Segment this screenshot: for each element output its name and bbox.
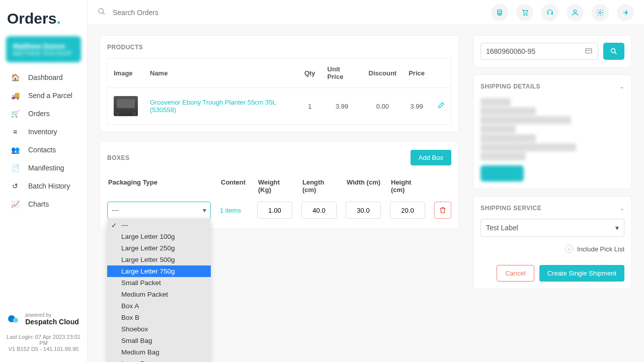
order-id-field[interactable]: 1680960060-95	[480, 43, 598, 60]
svg-point-0	[99, 9, 103, 13]
shipping-details-title: SHIPPING DETAILS	[480, 83, 540, 90]
sidebar-item-manifesting[interactable]: 📄Manifesting	[6, 159, 81, 177]
cart-icon: 🛒	[10, 110, 20, 118]
create-shipment-button[interactable]: Create Single Shipment	[539, 265, 624, 282]
shipping-action-button[interactable]	[480, 165, 524, 182]
despatch-cloud-icon	[8, 315, 21, 324]
dropdown-option[interactable]: Box B	[107, 312, 211, 323]
dropdown-option[interactable]: Large Letter 750g	[107, 265, 211, 277]
packaging-type-select[interactable]: --- ▾	[107, 202, 211, 219]
products-table: Image Name Qty Unit Price Discount Price…	[107, 58, 451, 125]
app-logo: Orders.	[6, 5, 81, 36]
shipping-service-card: SHIPPING SERVICE ⌄ Test Label ▾ ✓ Includ…	[473, 196, 632, 289]
last-login: Last Login: 07 Apr 2023 23:01 PM	[6, 334, 81, 346]
add-box-button[interactable]: Add Box	[411, 150, 451, 165]
gear-icon[interactable]	[592, 4, 609, 21]
dropdown-option[interactable]: Medium Packet	[107, 289, 211, 300]
dropdown-option[interactable]: Large Bag	[107, 358, 211, 362]
dropdown-option[interactable]: Large Letter 100g	[107, 231, 211, 242]
th-content: Content	[221, 178, 249, 194]
packaging-dropdown: ---Large Letter 100gLarge Letter 250gLar…	[107, 218, 211, 362]
dropdown-option[interactable]: Large Letter 500g	[107, 254, 211, 265]
sidebar-item-batch-history[interactable]: ↺Batch History	[6, 177, 81, 195]
sidebar-footer: powered by Despatch Cloud Last Login: 07…	[6, 307, 81, 357]
cart-top-icon[interactable]	[516, 4, 533, 21]
sidebar: Orders. Matthew Dunne MATTHEW TESTSHOP 🏠…	[0, 0, 87, 362]
printer-icon[interactable]	[491, 4, 508, 21]
content-link[interactable]: 1 items	[220, 207, 248, 214]
chevron-down-icon: ▾	[615, 224, 619, 232]
cell-unit-price: 3.99	[321, 88, 363, 125]
sidebar-item-contacts[interactable]: 👥Contacts	[6, 141, 81, 159]
include-pick-label: Include Pick List	[577, 245, 624, 253]
chart-icon: 📈	[10, 200, 20, 208]
shipping-address	[480, 98, 624, 160]
order-search-card: 1680960060-95	[473, 35, 632, 67]
sidebar-item-send-parcel[interactable]: 🚚Send a Parcel	[6, 86, 81, 105]
dropdown-option[interactable]: Small Bag	[107, 335, 211, 346]
th-packaging: Packaging Type	[108, 178, 212, 194]
width-input[interactable]	[346, 202, 381, 219]
topbar	[88, 0, 644, 25]
th-price: Price	[403, 58, 431, 88]
dropdown-option[interactable]: Small Packet	[107, 277, 211, 289]
svg-line-1	[103, 13, 105, 15]
height-input[interactable]	[390, 202, 425, 219]
truck-icon: 🚚	[10, 92, 20, 100]
dropdown-option[interactable]: ---	[107, 219, 211, 231]
order-search-button[interactable]	[603, 43, 624, 60]
cancel-button[interactable]: Cancel	[497, 265, 534, 282]
cell-qty: 1	[298, 88, 321, 125]
th-qty: Qty	[298, 58, 321, 88]
list-icon: ≡	[10, 128, 20, 136]
user-badge[interactable]: Matthew Dunne MATTHEW TESTSHOP	[6, 36, 81, 62]
sidebar-item-inventory[interactable]: ≡Inventory	[6, 123, 81, 141]
shipping-service-title: SHIPPING SERVICE	[480, 205, 541, 212]
dropdown-option[interactable]: Large Letter 250g	[107, 242, 211, 254]
dropdown-option[interactable]: Medium Bag	[107, 346, 211, 358]
cell-price: 3.99	[403, 88, 431, 125]
chevron-down-icon[interactable]: ⌄	[619, 83, 625, 90]
people-icon: 👥	[10, 146, 20, 154]
svg-point-4	[524, 14, 525, 15]
weight-input[interactable]	[257, 202, 292, 219]
headset-icon[interactable]	[541, 4, 558, 21]
product-image	[114, 96, 138, 116]
th-length: Length (cm)	[302, 178, 338, 194]
include-pick-checkbox[interactable]: ✓	[565, 245, 573, 253]
th-width: Width (cm)	[347, 178, 382, 194]
th-image: Image	[108, 58, 144, 88]
svg-point-5	[526, 14, 527, 15]
search-input[interactable]	[113, 9, 264, 17]
product-link[interactable]: Grosvenor Ebony Trough Planter 55cm 35L …	[150, 99, 276, 114]
chevron-down-icon[interactable]: ⌄	[619, 205, 625, 212]
shipping-details-card: SHIPPING DETAILS ⌄	[473, 74, 632, 189]
chevron-down-icon: ▾	[203, 206, 206, 214]
table-row: Grosvenor Ebony Trough Planter 55cm 35L …	[108, 88, 451, 125]
search-icon	[98, 8, 106, 17]
card-icon	[585, 47, 593, 56]
svg-point-6	[574, 10, 576, 12]
logout-icon[interactable]	[617, 4, 634, 21]
dropdown-option[interactable]: Shoebox	[107, 323, 211, 335]
user-icon[interactable]	[567, 4, 584, 21]
sidebar-item-orders[interactable]: 🛒Orders	[6, 105, 81, 123]
sidebar-nav: 🏠Dashboard 🚚Send a Parcel 🛒Orders ≡Inven…	[6, 68, 81, 213]
version-info: V1 B152 D5 - 141.101.99.90	[6, 346, 81, 352]
th-weight: Weight (Kg)	[258, 178, 293, 194]
svg-point-7	[599, 12, 601, 14]
powered-by: powered by Despatch Cloud	[6, 312, 81, 326]
file-icon: 📄	[10, 164, 20, 172]
shipping-service-select[interactable]: Test Label ▾	[480, 219, 624, 237]
edit-icon[interactable]	[437, 104, 445, 111]
products-title: PRODUCTS	[107, 43, 451, 58]
svg-point-10	[611, 49, 615, 53]
dropdown-option[interactable]: Box A	[107, 300, 211, 312]
delete-box-button[interactable]	[434, 202, 451, 219]
sidebar-item-charts[interactable]: 📈Charts	[6, 195, 81, 213]
sidebar-item-dashboard[interactable]: 🏠Dashboard	[6, 68, 81, 86]
length-input[interactable]	[301, 202, 337, 219]
boxes-card: BOXES Add Box Packaging Type Content Wei…	[100, 141, 459, 229]
svg-rect-8	[586, 48, 592, 53]
th-height: Height (cm)	[391, 178, 426, 194]
